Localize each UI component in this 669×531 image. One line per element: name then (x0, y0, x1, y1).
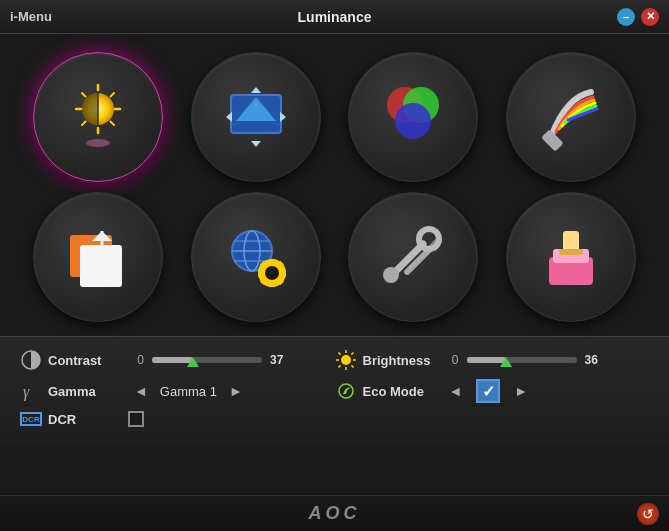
svg-point-19 (395, 103, 431, 139)
contrast-min: 0 (128, 353, 144, 367)
controls-row-3: DCR DCR (20, 411, 649, 427)
extra-icon-button[interactable] (191, 192, 321, 322)
image-setup-icon (216, 77, 296, 157)
gamma-icon: γ (20, 380, 42, 402)
dcr-checkbox[interactable] (128, 411, 144, 427)
eco-mode-checkbox[interactable]: ✓ (476, 379, 500, 403)
controls-area: Contrast 0 37 Brightness 0 (0, 336, 669, 443)
footer: AOC (0, 495, 669, 531)
contrast-value: 37 (270, 353, 300, 367)
gamma-prev-button[interactable]: ◄ (128, 383, 154, 399)
osd-setup-icon (58, 217, 138, 297)
svg-line-54 (338, 353, 340, 355)
controls-row-2: γ Gamma ◄ Gamma 1 ► Eco Mode ◄ ✓ ► (20, 379, 649, 403)
extra-icon (216, 217, 296, 297)
brightness-slider[interactable] (467, 357, 577, 363)
svg-rect-20 (541, 129, 564, 152)
svg-marker-16 (280, 112, 286, 122)
svg-rect-34 (258, 270, 263, 276)
svg-line-7 (110, 122, 114, 126)
aoc-logo: AOC (309, 503, 361, 524)
eco-mode-icon (335, 380, 357, 402)
picture-boost-icon (531, 77, 611, 157)
gamma-control: γ Gamma ◄ Gamma 1 ► (20, 380, 335, 402)
dcr-label: DCR (48, 412, 128, 427)
factory-reset-icon (373, 217, 453, 297)
close-button[interactable]: ✕ (641, 8, 659, 26)
minimize-button[interactable]: – (617, 8, 635, 26)
exit-icon-button[interactable] (506, 192, 636, 322)
exit-icon (531, 217, 611, 297)
refresh-button[interactable]: ↺ (637, 503, 659, 525)
contrast-thumb (187, 357, 199, 367)
svg-point-31 (265, 266, 279, 280)
osd-setup-icon-button[interactable] (33, 192, 163, 322)
brightness-control: Brightness 0 36 (335, 349, 650, 371)
window-title: Luminance (298, 9, 372, 25)
dcr-icon: DCR (20, 412, 42, 426)
brightness-thumb (500, 357, 512, 367)
eco-checkmark: ✓ (482, 382, 495, 401)
color-setup-icon (373, 77, 453, 157)
controls-row-1: Contrast 0 37 Brightness 0 (20, 349, 649, 371)
svg-rect-47 (559, 249, 583, 255)
app-title: i-Menu (10, 9, 52, 24)
svg-line-8 (110, 93, 114, 97)
svg-marker-14 (251, 141, 261, 147)
gamma-value: Gamma 1 (154, 384, 223, 399)
svg-point-43 (383, 267, 399, 283)
dcr-control: DCR DCR (20, 411, 350, 427)
icons-grid (0, 34, 669, 332)
brightness-value: 36 (585, 353, 615, 367)
svg-point-49 (341, 355, 351, 365)
factory-reset-icon-button[interactable] (348, 192, 478, 322)
contrast-label: Contrast (48, 353, 128, 368)
window-controls: – ✕ (617, 8, 659, 26)
svg-rect-46 (563, 231, 579, 251)
brightness-label: Brightness (363, 353, 443, 368)
contrast-slider[interactable] (152, 357, 262, 363)
picture-boost-icon-button[interactable] (506, 52, 636, 182)
svg-point-10 (86, 139, 110, 147)
svg-marker-15 (226, 112, 232, 122)
eco-prev-button[interactable]: ◄ (443, 383, 469, 399)
svg-rect-35 (281, 270, 286, 276)
gamma-label: Gamma (48, 384, 128, 399)
eco-mode-control: Eco Mode ◄ ✓ ► (335, 379, 650, 403)
svg-line-56 (351, 353, 353, 355)
brightness-min: 0 (443, 353, 459, 367)
color-setup-icon-button[interactable] (348, 52, 478, 182)
svg-rect-33 (269, 282, 275, 287)
svg-line-9 (82, 122, 86, 126)
brightness-icon (335, 349, 357, 371)
svg-line-6 (82, 93, 86, 97)
gamma-next-button[interactable]: ► (223, 383, 249, 399)
svg-point-42 (419, 229, 439, 249)
contrast-control: Contrast 0 37 (20, 349, 335, 371)
contrast-icon (20, 349, 42, 371)
image-setup-icon-button[interactable] (191, 52, 321, 182)
svg-line-57 (338, 365, 340, 367)
luminance-icon (58, 77, 138, 157)
svg-rect-22 (80, 245, 122, 287)
eco-mode-label: Eco Mode (363, 384, 443, 399)
svg-marker-13 (251, 87, 261, 93)
title-bar: i-Menu Luminance – ✕ (0, 0, 669, 34)
eco-next-button[interactable]: ► (508, 383, 534, 399)
svg-rect-32 (269, 259, 275, 264)
luminance-icon-button[interactable] (33, 52, 163, 182)
svg-line-55 (351, 365, 353, 367)
svg-text:γ: γ (23, 383, 30, 401)
